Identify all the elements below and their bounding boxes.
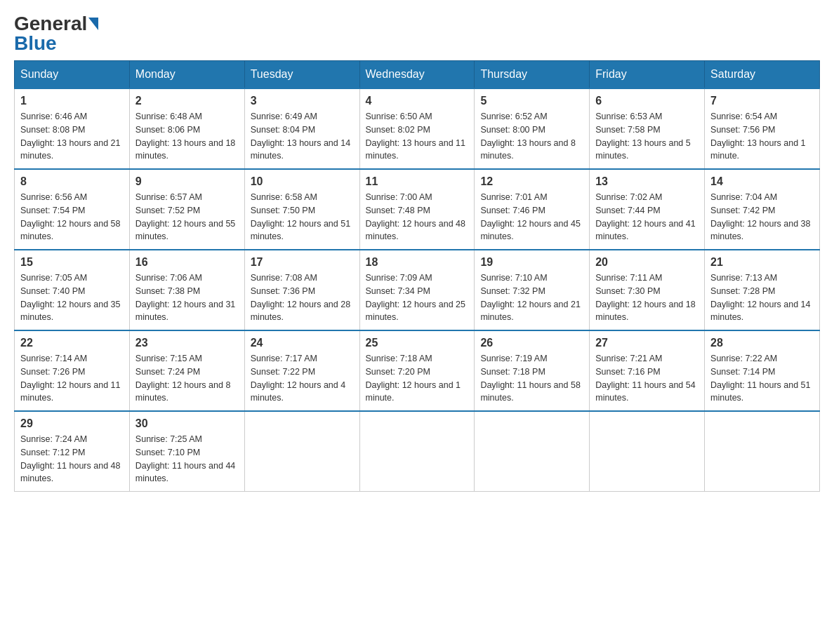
day-number: 28 [710,337,814,349]
calendar-cell: 8 Sunrise: 6:56 AMSunset: 7:54 PMDayligh… [15,169,130,250]
day-number: 24 [251,337,354,349]
day-number: 19 [480,256,583,269]
day-number: 13 [595,175,699,188]
day-number: 21 [710,256,814,269]
day-number: 5 [480,95,583,107]
calendar-cell: 15 Sunrise: 7:05 AMSunset: 7:40 PMDaylig… [15,250,130,330]
day-number: 14 [710,175,814,188]
calendar-week-row: 22 Sunrise: 7:14 AMSunset: 7:26 PMDaylig… [15,330,820,411]
day-number: 15 [20,256,124,269]
day-info: Sunrise: 7:21 AMSunset: 7:16 PMDaylight:… [595,354,695,403]
day-number: 20 [595,256,699,269]
weekday-header-wednesday: Wednesday [359,61,475,89]
day-number: 6 [595,95,699,107]
calendar-cell: 4 Sunrise: 6:50 AMSunset: 8:02 PMDayligh… [359,88,475,169]
calendar-cell: 2 Sunrise: 6:48 AMSunset: 8:06 PMDayligh… [129,88,244,169]
logo-blue: Blue [14,32,57,54]
weekday-header-tuesday: Tuesday [244,61,359,89]
day-info: Sunrise: 6:49 AMSunset: 8:04 PMDaylight:… [251,112,350,161]
day-info: Sunrise: 7:17 AMSunset: 7:22 PMDaylight:… [251,354,346,403]
day-info: Sunrise: 7:19 AMSunset: 7:18 PMDaylight:… [480,354,580,403]
calendar-cell [475,411,590,492]
calendar-cell: 7 Sunrise: 6:54 AMSunset: 7:56 PMDayligh… [705,88,820,169]
day-number: 17 [251,256,354,269]
day-info: Sunrise: 7:06 AMSunset: 7:38 PMDaylight:… [135,273,235,322]
day-info: Sunrise: 7:25 AMSunset: 7:10 PMDaylight:… [135,434,235,483]
day-info: Sunrise: 7:22 AMSunset: 7:14 PMDaylight:… [710,354,810,403]
calendar-cell: 26 Sunrise: 7:19 AMSunset: 7:18 PMDaylig… [475,330,590,411]
calendar-week-row: 15 Sunrise: 7:05 AMSunset: 7:40 PMDaylig… [15,250,820,330]
calendar-cell [705,411,820,492]
calendar-cell: 30 Sunrise: 7:25 AMSunset: 7:10 PMDaylig… [129,411,244,492]
logo-arrow-icon [88,18,98,30]
day-number: 4 [366,95,469,107]
day-number: 30 [135,417,239,430]
calendar-cell: 23 Sunrise: 7:15 AMSunset: 7:24 PMDaylig… [129,330,244,411]
day-info: Sunrise: 7:00 AMSunset: 7:48 PMDaylight:… [366,192,465,241]
calendar-cell: 20 Sunrise: 7:11 AMSunset: 7:30 PMDaylig… [590,250,705,330]
day-info: Sunrise: 7:01 AMSunset: 7:46 PMDaylight:… [480,192,580,241]
calendar-cell: 6 Sunrise: 6:53 AMSunset: 7:58 PMDayligh… [590,88,705,169]
day-info: Sunrise: 6:52 AMSunset: 8:00 PMDaylight:… [480,112,576,161]
day-number: 25 [366,337,469,349]
day-info: Sunrise: 7:13 AMSunset: 7:28 PMDaylight:… [710,273,810,322]
calendar-table: SundayMondayTuesdayWednesdayThursdayFrid… [14,60,820,492]
day-info: Sunrise: 7:04 AMSunset: 7:42 PMDaylight:… [710,192,810,241]
day-info: Sunrise: 6:57 AMSunset: 7:52 PMDaylight:… [135,192,235,241]
calendar-cell: 18 Sunrise: 7:09 AMSunset: 7:34 PMDaylig… [359,250,475,330]
day-number: 1 [20,95,124,107]
calendar-week-row: 1 Sunrise: 6:46 AMSunset: 8:08 PMDayligh… [15,88,820,169]
day-info: Sunrise: 7:24 AMSunset: 7:12 PMDaylight:… [20,434,120,483]
day-number: 16 [135,256,239,269]
calendar-cell: 22 Sunrise: 7:14 AMSunset: 7:26 PMDaylig… [15,330,130,411]
day-number: 10 [251,175,354,188]
logo-general: General [14,14,87,34]
calendar-cell: 9 Sunrise: 6:57 AMSunset: 7:52 PMDayligh… [129,169,244,250]
calendar-cell: 10 Sunrise: 6:58 AMSunset: 7:50 PMDaylig… [244,169,359,250]
weekday-header-monday: Monday [129,61,244,89]
calendar-cell: 14 Sunrise: 7:04 AMSunset: 7:42 PMDaylig… [705,169,820,250]
day-number: 8 [20,175,124,188]
day-info: Sunrise: 6:48 AMSunset: 8:06 PMDaylight:… [135,112,235,161]
day-number: 12 [480,175,583,188]
day-number: 22 [20,337,124,349]
day-info: Sunrise: 7:02 AMSunset: 7:44 PMDaylight:… [595,192,695,241]
day-info: Sunrise: 6:58 AMSunset: 7:50 PMDaylight:… [251,192,350,241]
weekday-header-row: SundayMondayTuesdayWednesdayThursdayFrid… [15,61,820,89]
logo: General Blue [14,14,98,53]
calendar-cell [590,411,705,492]
weekday-header-friday: Friday [590,61,705,89]
calendar-cell [244,411,359,492]
weekday-header-sunday: Sunday [15,61,130,89]
day-number: 3 [251,95,354,107]
day-number: 11 [366,175,469,188]
calendar-cell: 12 Sunrise: 7:01 AMSunset: 7:46 PMDaylig… [475,169,590,250]
day-info: Sunrise: 7:11 AMSunset: 7:30 PMDaylight:… [595,273,695,322]
page-header: General Blue [14,14,820,53]
calendar-cell: 11 Sunrise: 7:00 AMSunset: 7:48 PMDaylig… [359,169,475,250]
calendar-cell: 5 Sunrise: 6:52 AMSunset: 8:00 PMDayligh… [475,88,590,169]
day-info: Sunrise: 7:09 AMSunset: 7:34 PMDaylight:… [366,273,465,322]
calendar-cell: 24 Sunrise: 7:17 AMSunset: 7:22 PMDaylig… [244,330,359,411]
weekday-header-saturday: Saturday [705,61,820,89]
day-info: Sunrise: 7:14 AMSunset: 7:26 PMDaylight:… [20,354,120,403]
calendar-cell: 16 Sunrise: 7:06 AMSunset: 7:38 PMDaylig… [129,250,244,330]
calendar-cell: 3 Sunrise: 6:49 AMSunset: 8:04 PMDayligh… [244,88,359,169]
calendar-cell: 19 Sunrise: 7:10 AMSunset: 7:32 PMDaylig… [475,250,590,330]
weekday-header-thursday: Thursday [475,61,590,89]
day-info: Sunrise: 6:56 AMSunset: 7:54 PMDaylight:… [20,192,120,241]
day-number: 7 [710,95,814,107]
day-info: Sunrise: 7:05 AMSunset: 7:40 PMDaylight:… [20,273,120,322]
calendar-cell: 1 Sunrise: 6:46 AMSunset: 8:08 PMDayligh… [15,88,130,169]
calendar-week-row: 8 Sunrise: 6:56 AMSunset: 7:54 PMDayligh… [15,169,820,250]
day-info: Sunrise: 7:18 AMSunset: 7:20 PMDaylight:… [366,354,461,403]
calendar-cell: 17 Sunrise: 7:08 AMSunset: 7:36 PMDaylig… [244,250,359,330]
day-info: Sunrise: 6:50 AMSunset: 8:02 PMDaylight:… [366,112,465,161]
day-number: 29 [20,417,124,430]
day-info: Sunrise: 6:53 AMSunset: 7:58 PMDaylight:… [595,112,691,161]
calendar-cell: 29 Sunrise: 7:24 AMSunset: 7:12 PMDaylig… [15,411,130,492]
day-number: 18 [366,256,469,269]
day-number: 26 [480,337,583,349]
calendar-cell: 13 Sunrise: 7:02 AMSunset: 7:44 PMDaylig… [590,169,705,250]
calendar-cell [359,411,475,492]
